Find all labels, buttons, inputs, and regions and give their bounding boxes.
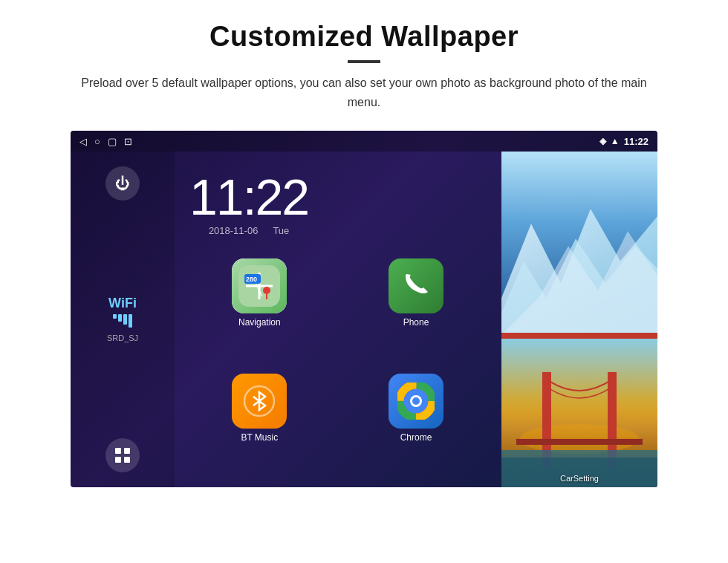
svg-rect-1 <box>124 448 130 454</box>
wifi-label: WiFi <box>107 296 138 311</box>
svg-rect-45 <box>501 458 657 487</box>
thumb-middle-strip <box>501 333 657 339</box>
navigation-icon: 280 <box>232 258 287 313</box>
clock-day-value: Tue <box>273 225 289 236</box>
main-content: ⏻ WiFi SRD_SJ <box>71 152 657 487</box>
app-item-chrome[interactable]: Chrome <box>342 374 491 481</box>
wallpaper-thumb-ice[interactable] <box>501 152 657 333</box>
wallpaper-thumbnails[interactable]: CarSetting <box>501 152 657 487</box>
svg-rect-3 <box>124 457 130 463</box>
wifi-network-name: SRD_SJ <box>107 333 138 342</box>
wifi-widget: WiFi SRD_SJ <box>107 296 138 344</box>
status-bar-left: ◁ ○ ▢ ⊡ <box>79 136 132 147</box>
device-area: ◁ ○ ▢ ⊡ ◈ ▲ 11:22 ⏻ WiFi <box>0 123 728 487</box>
svg-point-10 <box>263 287 270 294</box>
clock-date: 2018-11-06 Tue <box>189 225 308 236</box>
wifi-bar-4 <box>129 314 132 328</box>
nav-map-icon: 280 <box>232 258 287 313</box>
navigation-label: Navigation <box>238 317 281 328</box>
svg-rect-43 <box>516 439 643 445</box>
title-divider <box>348 60 380 63</box>
home-nav-icon[interactable]: ○ <box>94 136 100 147</box>
back-nav-icon[interactable]: ◁ <box>79 136 87 147</box>
btmusic-icon <box>232 374 287 429</box>
status-bar: ◁ ○ ▢ ⊡ ◈ ▲ 11:22 <box>71 131 657 152</box>
location-icon: ◈ <box>599 136 606 146</box>
page-wrapper: Customized Wallpaper Preload over 5 defa… <box>0 0 728 563</box>
app-item-phone[interactable]: Phone <box>342 258 491 366</box>
svg-rect-2 <box>115 457 121 463</box>
chrome-icon <box>389 374 443 429</box>
clock-date-value: 2018-11-06 <box>209 225 259 236</box>
btmusic-label: BT Music <box>241 432 278 443</box>
wifi-bars <box>107 314 138 328</box>
svg-point-26 <box>412 397 420 405</box>
wifi-status-icon: ▲ <box>611 136 620 146</box>
wifi-bar-2 <box>118 314 122 322</box>
phone-label: Phone <box>403 317 429 328</box>
power-button[interactable]: ⏻ <box>105 166 140 201</box>
page-title: Customized Wallpaper <box>45 21 683 53</box>
wifi-bar-1 <box>113 314 117 319</box>
screenshot-nav-icon[interactable]: ⊡ <box>124 136 132 147</box>
status-time: 11:22 <box>624 136 649 147</box>
wallpaper-thumb-bridge[interactable]: CarSetting <box>501 339 657 487</box>
wifi-bar-3 <box>123 314 127 325</box>
page-subtitle: Preload over 5 default wallpaper options… <box>74 74 654 111</box>
app-item-btmusic[interactable]: BT Music <box>185 374 334 481</box>
recents-nav-icon[interactable]: ▢ <box>108 136 117 147</box>
status-bar-right: ◈ ▲ 11:22 <box>599 136 649 147</box>
clock-time: 11:22 <box>189 172 308 222</box>
apps-grid-button[interactable] <box>105 438 140 472</box>
chrome-label: Chrome <box>400 432 432 443</box>
svg-rect-0 <box>115 448 121 454</box>
left-sidebar: ⏻ WiFi SRD_SJ <box>71 152 175 487</box>
clock-block: 11:22 2018-11-06 Tue <box>189 172 308 236</box>
phone-icon <box>389 258 443 313</box>
carsetting-label: CarSetting <box>560 474 599 483</box>
nav-map-inner: 280 <box>232 258 287 313</box>
svg-text:280: 280 <box>246 276 257 283</box>
android-screen: ◁ ○ ▢ ⊡ ◈ ▲ 11:22 ⏻ WiFi <box>71 131 657 487</box>
page-header: Customized Wallpaper Preload over 5 defa… <box>0 0 728 123</box>
app-item-navigation[interactable]: 280 Navigation <box>185 258 334 366</box>
